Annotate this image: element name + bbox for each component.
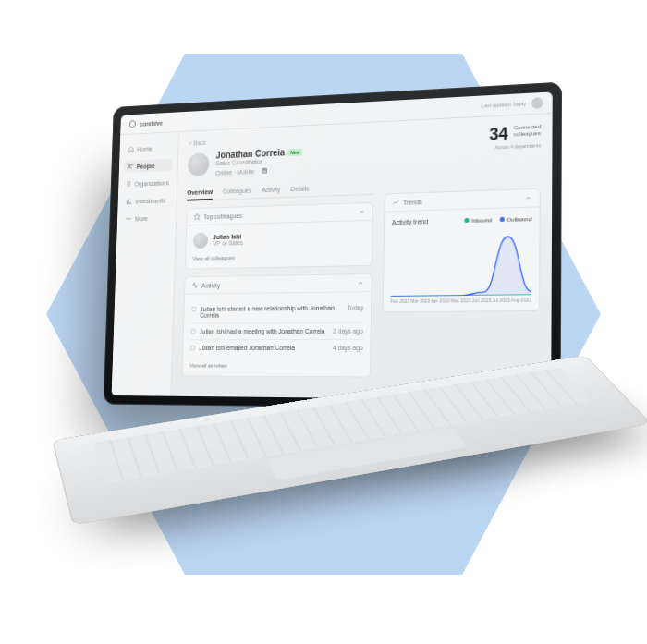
- x-tick: Jul 2023: [492, 298, 509, 303]
- last-updated: Last updated Today: [482, 101, 526, 109]
- trends-card: Trends Activity trend InboundOutbound: [383, 188, 541, 313]
- activity-row-icon: [189, 345, 195, 351]
- user-avatar[interactable]: [531, 97, 543, 109]
- svg-point-2: [131, 164, 132, 165]
- svg-marker-0: [129, 120, 135, 128]
- activity-when: 2 days ago: [333, 328, 363, 334]
- sidebar-item-label: Investments: [135, 197, 165, 204]
- org-icon: [127, 180, 131, 188]
- svg-point-11: [191, 329, 196, 334]
- sidebar-item-label: More: [135, 215, 148, 222]
- home-icon: [128, 146, 134, 153]
- top-colleagues-title: Top colleagues: [203, 213, 242, 220]
- profile-header: Jonathan Correia New Sales Coordinator O…: [188, 143, 374, 177]
- x-tick: Aug 2023: [511, 297, 531, 302]
- activity-title: Activity: [201, 282, 220, 288]
- activity-icon: [191, 282, 198, 289]
- linkedin-icon[interactable]: in: [261, 167, 267, 175]
- activity-text: Julian Ishi had a meeting with Jonathan …: [200, 328, 326, 334]
- legend-inbound: Inbound: [464, 217, 492, 224]
- view-all-activities-link[interactable]: View all activities: [189, 363, 363, 370]
- chevron-up-icon[interactable]: [359, 208, 366, 215]
- stat-label: Connected colleagues: [514, 124, 542, 139]
- sidebar-item-label: Organizations: [134, 179, 169, 187]
- trends-title: Trends: [403, 199, 422, 206]
- x-tick: Feb 2023: [391, 298, 410, 304]
- svg-point-4: [127, 218, 128, 219]
- laptop-bezel: corehive Last updated Today HomePeopleOr…: [104, 82, 562, 410]
- sidebar-item-people[interactable]: People: [124, 159, 173, 173]
- legend-outbound: Outbound: [499, 215, 531, 222]
- sidebar-item-organizations[interactable]: Organizations: [123, 176, 172, 190]
- activity-row-icon: [190, 328, 196, 334]
- colleague-role: VP of Sales: [213, 239, 243, 247]
- brand: corehive: [128, 118, 163, 128]
- activity-row-icon: [191, 306, 197, 312]
- activity-when: Today: [348, 304, 364, 310]
- tabs: OverviewColleaguesActivityDetails: [187, 179, 373, 201]
- trends-icon: [392, 199, 399, 206]
- x-tick: Mar 2023: [410, 298, 430, 304]
- chevron-up-icon[interactable]: [357, 279, 364, 286]
- view-all-colleagues-link[interactable]: View all colleagues: [192, 252, 364, 261]
- laptop-mockup: corehive Last updated Today HomePeopleOr…: [65, 92, 582, 554]
- svg-point-5: [128, 218, 129, 219]
- colleague-row[interactable]: Julian Ishi VP of Sales: [193, 228, 365, 249]
- star-icon: [194, 213, 201, 221]
- stat-value: 34: [489, 125, 507, 142]
- activity-text: Julian Ishi started a new relationship w…: [200, 305, 340, 319]
- svg-point-12: [190, 346, 195, 350]
- trends-subtitle: Activity trend: [392, 218, 428, 225]
- tab-colleagues[interactable]: Colleagues: [223, 184, 252, 200]
- tab-details[interactable]: Details: [290, 181, 309, 196]
- x-tick: Apr 2023: [431, 298, 449, 303]
- sidebar-item-investments[interactable]: Investments: [123, 194, 172, 208]
- sidebar-item-label: Home: [137, 145, 152, 152]
- x-tick: Jun 2023: [472, 298, 492, 303]
- activity-when: 4 days ago: [333, 345, 363, 351]
- x-tick: May 2023: [450, 298, 470, 303]
- svg-point-1: [128, 164, 130, 166]
- invest-icon: [126, 198, 132, 205]
- activity-row[interactable]: Julian Ishi started a new relationship w…: [190, 299, 363, 322]
- person-status: Online · Mobile: [215, 168, 254, 176]
- chart-x-axis: Feb 2023Mar 2023Apr 2023May 2023Jun 2023…: [391, 297, 531, 304]
- tab-overview[interactable]: Overview: [187, 185, 213, 200]
- connected-stat: 34 Connected colleagues: [385, 124, 542, 148]
- main-content: < Back Jonathan Correia New Sales Coordi…: [171, 114, 552, 400]
- sidebar-item-more[interactable]: More: [122, 212, 171, 225]
- sidebar: HomePeopleOrganizationsInvestmentsMore: [112, 132, 179, 397]
- svg-point-6: [130, 218, 131, 219]
- svg-marker-9: [194, 213, 200, 220]
- person-avatar: [188, 152, 210, 176]
- activity-chart: [391, 225, 532, 297]
- brand-name: corehive: [140, 119, 163, 127]
- more-icon: [126, 215, 132, 223]
- sidebar-item-home[interactable]: Home: [125, 141, 174, 156]
- brand-logo-icon: [128, 119, 137, 128]
- activity-text: Julian Ishi emailed Jonathan Correia: [199, 345, 325, 351]
- activity-card: Activity Julian Ishi started a new relat…: [182, 273, 372, 378]
- tab-activity[interactable]: Activity: [262, 183, 281, 198]
- colleague-avatar: [193, 233, 208, 249]
- stat-sub: Across 4 departments: [385, 142, 541, 154]
- app-screen: corehive Last updated Today HomePeopleOr…: [112, 91, 553, 400]
- chevron-up-icon[interactable]: [524, 194, 531, 202]
- activity-row[interactable]: Julian Ishi had a meeting with Jonathan …: [190, 322, 363, 340]
- svg-point-10: [191, 307, 196, 311]
- sidebar-item-label: People: [137, 163, 155, 169]
- people-icon: [127, 163, 133, 170]
- person-badge: New: [288, 148, 302, 155]
- top-colleagues-card: Top colleagues Julian Ishi: [185, 202, 373, 270]
- activity-row[interactable]: Julian Ishi emailed Jonathan Correia4 da…: [189, 339, 363, 356]
- chart-legend: InboundOutbound: [464, 215, 531, 223]
